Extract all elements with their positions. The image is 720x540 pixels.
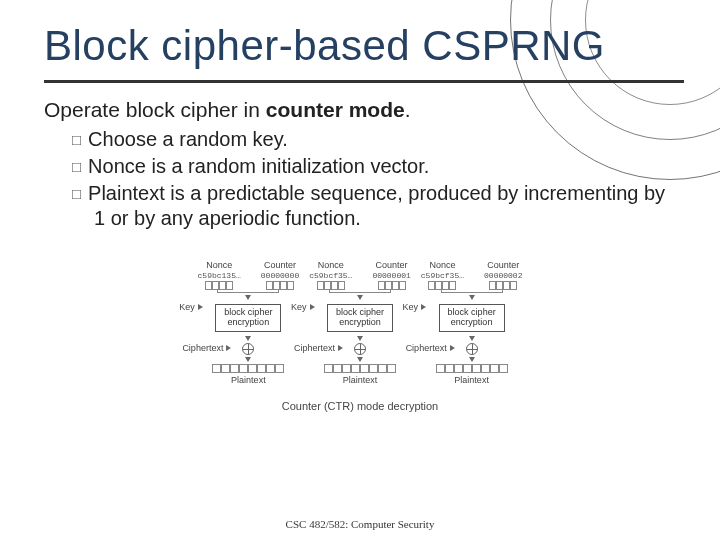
nonce-value: c59bcf35… xyxy=(421,271,464,280)
ciphertext-label: Ciphertext xyxy=(294,343,335,353)
arrow-down-icon xyxy=(469,357,475,362)
key-input: Key xyxy=(291,302,315,312)
nonce-value: c59bc135… xyxy=(198,271,241,280)
ciphertext-input: Ciphertext xyxy=(294,343,343,353)
ciphertext-input: Ciphertext xyxy=(182,343,231,353)
counter-label: Counter xyxy=(487,260,519,270)
xor-icon xyxy=(466,343,478,355)
encryption-box: block cipher encryption xyxy=(327,304,393,332)
arrow-down-icon xyxy=(469,336,475,341)
lead-strong: counter mode xyxy=(266,98,405,121)
key-input: Key xyxy=(179,302,203,312)
enc-line-1: block cipher xyxy=(448,307,496,317)
arrow-right-icon xyxy=(310,304,315,310)
title-underline xyxy=(44,80,684,83)
ctr-block: Nonce c59bcf35… Counter 00000001 Key xyxy=(309,260,411,386)
byte-strip xyxy=(436,364,508,373)
arrow-down-icon xyxy=(245,336,251,341)
ciphertext-input: Ciphertext xyxy=(406,343,455,353)
bullet-item: Plaintext is a predictable sequence, pro… xyxy=(72,181,676,232)
counter-value: 00000002 xyxy=(484,271,522,280)
byte-strip xyxy=(212,364,284,373)
byte-strip xyxy=(324,364,396,373)
enc-line-1: block cipher xyxy=(336,307,384,317)
plaintext-label: Plaintext xyxy=(343,375,378,385)
slide: Block cipher-based CSPRNG Operate block … xyxy=(0,0,720,412)
arrow-right-icon xyxy=(450,345,455,351)
counter-value: 00000001 xyxy=(372,271,410,280)
counter-label: Counter xyxy=(376,260,408,270)
enc-line-2: encryption xyxy=(339,317,381,327)
xor-icon xyxy=(354,343,366,355)
enc-line-2: encryption xyxy=(451,317,493,327)
slide-title: Block cipher-based CSPRNG xyxy=(44,24,676,80)
arrow-down-icon xyxy=(357,336,363,341)
arrow-down-icon xyxy=(357,357,363,362)
arrow-down-icon xyxy=(357,295,363,300)
plaintext-label: Plaintext xyxy=(231,375,266,385)
xor-icon xyxy=(242,343,254,355)
encryption-box: block cipher encryption xyxy=(439,304,505,332)
ciphertext-label: Ciphertext xyxy=(406,343,447,353)
plaintext-label: Plaintext xyxy=(454,375,489,385)
diagram: Nonce c59bc135… Counter 00000000 Key xyxy=(44,254,676,412)
counter-value: 00000000 xyxy=(261,271,299,280)
arrow-down-icon xyxy=(245,295,251,300)
arrow-right-icon xyxy=(226,345,231,351)
lead-suffix: . xyxy=(405,98,411,121)
key-label: Key xyxy=(403,302,419,312)
arrow-right-icon xyxy=(338,345,343,351)
nonce-label: Nonce xyxy=(318,260,344,270)
bullet-item: Choose a random key. xyxy=(72,127,676,153)
ctr-block: Nonce c59bcf35… Counter 00000002 Key xyxy=(421,260,523,386)
counter-label: Counter xyxy=(264,260,296,270)
key-label: Key xyxy=(291,302,307,312)
arrow-right-icon xyxy=(198,304,203,310)
enc-line-2: encryption xyxy=(228,317,270,327)
key-input: Key xyxy=(403,302,427,312)
ctr-diagram: Nonce c59bc135… Counter 00000000 Key xyxy=(198,260,523,386)
ctr-block: Nonce c59bc135… Counter 00000000 Key xyxy=(198,260,300,386)
slide-footer: CSC 482/582: Computer Security xyxy=(0,518,720,530)
diagram-caption: Counter (CTR) mode decryption xyxy=(44,400,676,412)
nonce-value: c59bcf35… xyxy=(309,271,352,280)
arrow-right-icon xyxy=(421,304,426,310)
encryption-box: block cipher encryption xyxy=(215,304,281,332)
enc-line-1: block cipher xyxy=(224,307,272,317)
bullet-item: Nonce is a random initialization vector. xyxy=(72,154,676,180)
nonce-label: Nonce xyxy=(206,260,232,270)
lead-prefix: Operate block cipher in xyxy=(44,98,266,121)
key-label: Key xyxy=(179,302,195,312)
ciphertext-label: Ciphertext xyxy=(182,343,223,353)
arrow-down-icon xyxy=(469,295,475,300)
lead-text: Operate block cipher in counter mode. xyxy=(44,97,676,123)
bullet-list: Choose a random key. Nonce is a random i… xyxy=(44,127,676,231)
nonce-label: Nonce xyxy=(429,260,455,270)
arrow-down-icon xyxy=(245,357,251,362)
